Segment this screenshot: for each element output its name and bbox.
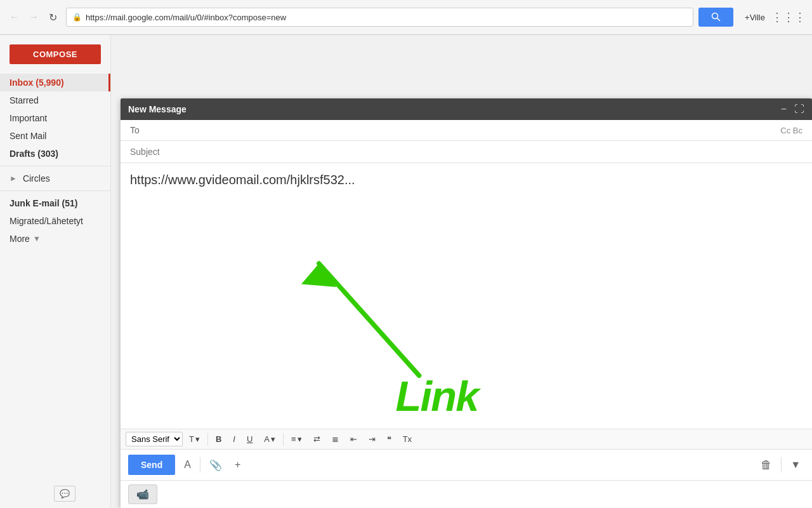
circles-arrow-icon: ► (10, 174, 17, 183)
italic-button[interactable]: I (228, 432, 240, 446)
search-button[interactable] (698, 8, 733, 27)
numbered-list-icon: ⇄ (313, 434, 320, 444)
underline-button[interactable]: U (242, 432, 258, 446)
align-arrow: ▾ (298, 434, 302, 444)
circles-label: Circles (23, 173, 50, 184)
bold-icon: B (216, 434, 221, 444)
to-input[interactable] (148, 125, 780, 135)
align-button[interactable]: ≡ ▾ (286, 432, 307, 446)
indent-less-button[interactable]: ⇤ (345, 432, 362, 446)
sidebar-item-more[interactable]: More ▼ (0, 230, 110, 248)
to-label: To (130, 125, 143, 135)
send-button[interactable]: Send (128, 455, 175, 475)
video-button[interactable]: 📹 (128, 485, 157, 504)
italic-icon: I (233, 434, 235, 444)
sidebar-item-starred[interactable]: Starred (0, 91, 110, 109)
toolbar-divider-2 (283, 433, 284, 446)
svg-point-0 (712, 13, 717, 19)
delete-icon: 🗑 (761, 458, 772, 471)
sidebar-item-sent[interactable]: Sent Mail (0, 127, 110, 145)
indent-more-icon: ⇥ (369, 434, 376, 444)
svg-marker-3 (301, 264, 337, 287)
font-color-button[interactable]: A ▾ (259, 432, 280, 446)
apps-icon[interactable]: ⋮⋮⋮ (771, 10, 806, 24)
important-label: Important (10, 113, 47, 123)
bold-button[interactable]: B (211, 432, 226, 446)
sidebar-item-migrated[interactable]: Migrated/Lähetetyt (0, 212, 110, 230)
footer-right: 🗑 ▼ (757, 456, 804, 474)
subject-input[interactable] (130, 147, 802, 157)
compose-controls: − ⛶ (781, 104, 804, 115)
quote-icon: ❝ (387, 434, 391, 444)
body-link-text: https://www.gvideomail.com/hjklrsf532... (130, 173, 802, 187)
more-label: More (10, 234, 30, 244)
svg-line-1 (717, 18, 720, 22)
main-layout: COMPOSE Inbox (5,990) Starred Important … (0, 35, 812, 508)
reload-button[interactable]: ↻ (44, 9, 61, 25)
compose-area: New Message − ⛶ To Cc Bc https://www.gvi… (111, 35, 812, 508)
sidebar-item-inbox[interactable]: Inbox (5,990) (0, 74, 110, 91)
delete-button[interactable]: 🗑 (757, 456, 776, 474)
sent-label: Sent Mail (10, 131, 46, 141)
more-compose-icon: ▼ (790, 459, 801, 470)
footer-divider-2 (781, 457, 782, 472)
underline-icon: U (247, 434, 252, 444)
compose-title: New Message (128, 104, 187, 114)
subject-row (121, 141, 812, 163)
migrated-label: Migrated/Lähetetyt (10, 216, 83, 226)
sidebar-divider-1 (0, 166, 110, 166)
sidebar: COMPOSE Inbox (5,990) Starred Important … (0, 35, 111, 508)
svg-line-2 (319, 264, 419, 375)
chat-icon: 💬 (60, 489, 70, 498)
user-area: +Ville ⋮⋮⋮ (745, 10, 806, 24)
cc-bcc-label[interactable]: Cc Bc (780, 126, 802, 135)
sidebar-item-important[interactable]: Important (0, 109, 110, 127)
inbox-label: Inbox (5,990) (10, 77, 64, 88)
drafts-label: Drafts (303) (10, 149, 58, 159)
lock-icon: 🔒 (72, 13, 82, 22)
more-arrow-icon: ▼ (33, 234, 41, 243)
bullet-list-button[interactable]: ≣ (327, 432, 344, 446)
more-options-button[interactable]: + (231, 457, 244, 473)
address-bar-wrap: 🔒 (66, 8, 693, 27)
font-size-button[interactable]: T ▾ (184, 432, 205, 446)
nav-buttons: ← → ↻ (6, 9, 61, 25)
annotation-overlay: Link (121, 163, 812, 429)
indent-more-button[interactable]: ⇥ (363, 432, 381, 446)
format-text-button[interactable]: A (180, 457, 195, 473)
sidebar-item-drafts[interactable]: Drafts (303) (0, 145, 110, 163)
attach-button[interactable]: 📎 (206, 457, 226, 474)
remove-format-button[interactable]: Tx (398, 432, 417, 446)
back-button[interactable]: ← (6, 9, 23, 25)
font-color-arrow: ▾ (271, 434, 275, 444)
numbered-list-button[interactable]: ⇄ (308, 432, 325, 446)
sidebar-item-circles[interactable]: ► Circles (0, 170, 110, 187)
sidebar-item-junk[interactable]: Junk E-mail (51) (0, 194, 110, 212)
address-input[interactable] (66, 8, 693, 27)
font-color-icon: A (264, 434, 270, 444)
remove-format-icon: Tx (403, 434, 412, 444)
quote-button[interactable]: ❝ (382, 432, 396, 446)
forward-button[interactable]: → (25, 9, 42, 25)
font-family-select[interactable]: Sans Serif (126, 432, 183, 446)
video-row: 📹 (121, 480, 812, 508)
compose-body[interactable]: https://www.gvideomail.com/hjklrsf532...… (121, 163, 812, 429)
expand-button[interactable]: ⛶ (794, 104, 804, 115)
sidebar-divider-2 (0, 190, 110, 191)
format-text-icon: A (184, 459, 191, 470)
compose-header: New Message − ⛶ (121, 98, 812, 120)
toolbar-divider-1 (207, 433, 208, 446)
font-size-icon: T (189, 434, 194, 444)
minimize-button[interactable]: − (781, 104, 787, 115)
user-name[interactable]: +Ville (745, 13, 765, 22)
align-icon: ≡ (291, 434, 296, 444)
font-size-arrow: ▾ (195, 434, 200, 444)
more-options-icon: + (235, 459, 240, 470)
svg-text:Link: Link (396, 372, 481, 420)
to-row: To Cc Bc (121, 120, 812, 141)
compose-button[interactable]: COMPOSE (10, 44, 101, 64)
compose-footer: Send A 📎 + 🗑 ▼ (121, 449, 812, 480)
more-compose-button[interactable]: ▼ (787, 457, 804, 473)
bullet-list-icon: ≣ (332, 434, 339, 444)
chat-button[interactable]: 💬 (54, 486, 75, 502)
